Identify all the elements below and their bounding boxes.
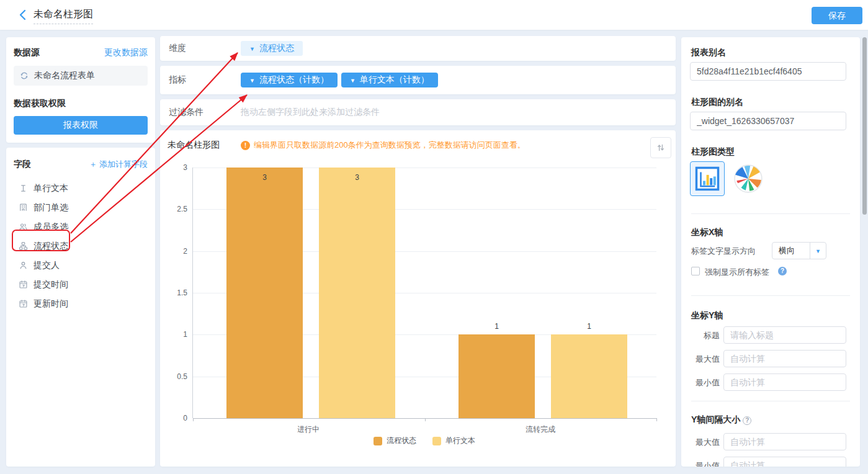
preview-notice: ! 编辑界面只取数据源前200条作为查询数据预览，完整数据请访问页面查看。 — [241, 140, 526, 151]
topbar: 未命名柱形图 保存 — [0, 0, 868, 30]
department-icon — [19, 203, 28, 212]
legend-item[interactable]: 单行文本 — [432, 436, 475, 446]
y-interval-title: Y轴间隔大小 ? — [691, 414, 751, 426]
chart-type-pie-option[interactable] — [731, 161, 766, 196]
sort-button[interactable] — [650, 137, 671, 158]
field-item-department[interactable]: 部门单选 — [6, 198, 155, 217]
datasource-item[interactable]: 未命名流程表单 — [14, 66, 148, 86]
y-min-label: 最小值 — [687, 377, 720, 388]
divider — [691, 401, 850, 401]
help-icon[interactable]: ? — [743, 416, 751, 425]
chevron-down-icon: ▼ — [249, 47, 255, 52]
label-direction-label: 标签文字显示方向 — [691, 246, 756, 257]
bar[interactable] — [319, 168, 395, 418]
bar[interactable] — [226, 168, 303, 418]
force-labels-label: 强制显示所有标签 — [705, 267, 769, 278]
change-datasource-link[interactable]: 更改数据源 — [104, 47, 148, 58]
pie-chart-icon — [733, 163, 764, 194]
y-min-input[interactable] — [723, 373, 846, 391]
calendar-icon — [19, 299, 28, 308]
category-label: 进行中 — [192, 424, 424, 435]
chart-panel: 未命名柱形图 ! 编辑界面只取数据源前200条作为查询数据预览，完整数据请访问页… — [160, 130, 676, 467]
y-tick-label: 1.5 — [160, 288, 187, 297]
page-title[interactable]: 未命名柱形图 — [34, 8, 93, 24]
report-permission-button[interactable]: 报表权限 — [14, 116, 148, 135]
bar[interactable] — [551, 334, 627, 418]
widget-alias-input[interactable] — [690, 112, 846, 130]
bar-value-label: 1 — [551, 322, 627, 331]
field-item-submitter[interactable]: 提交人 — [6, 256, 155, 275]
bar-chart-icon — [694, 166, 720, 192]
y-title-label: 标题 — [687, 330, 720, 341]
dimension-tag-workflow-status[interactable]: ▼ 流程状态 — [241, 41, 303, 56]
x-axis-title: 坐标X轴 — [691, 227, 723, 238]
y-max-input[interactable] — [723, 350, 846, 367]
permission-title: 数据获取权限 — [6, 86, 155, 109]
help-icon[interactable]: ? — [778, 267, 787, 275]
metric-tag-workflow-count[interactable]: ▼ 流程状态（计数） — [241, 73, 338, 87]
divider — [691, 213, 850, 214]
report-alias-input[interactable] — [690, 62, 846, 81]
legend-label: 单行文本 — [445, 436, 475, 446]
add-calc-field-link[interactable]: ＋ 添加计算字段 — [89, 159, 148, 170]
field-item-workflow-status[interactable]: 流程状态 — [6, 236, 155, 256]
settings-panel: 报表别名 柱形图的别名 柱形图类型 — [681, 37, 860, 467]
filter-placeholder: 拖动左侧字段到此处来添加过滤条件 — [241, 107, 380, 118]
bar[interactable] — [459, 334, 535, 418]
datasource-name: 未命名流程表单 — [34, 70, 95, 81]
metric-tag-text-count[interactable]: ▼ 单行文本（计数） — [341, 73, 438, 87]
bar-value-label: 1 — [459, 322, 535, 331]
force-labels-checkbox[interactable] — [691, 267, 700, 275]
report-alias-label: 报表别名 — [691, 47, 726, 58]
divider — [691, 295, 850, 296]
legend-item[interactable]: 流程状态 — [374, 436, 416, 446]
chart-legend: 流程状态单行文本 — [192, 436, 656, 446]
interval-min-input[interactable] — [723, 457, 846, 467]
interval-max-input[interactable] — [723, 433, 846, 450]
datasource-title: 数据源 — [14, 47, 40, 58]
metrics-label: 指标 — [169, 74, 186, 86]
category-label: 流转完成 — [424, 424, 656, 435]
chevron-down-icon: ▼ — [350, 78, 356, 84]
x-axis-tick — [656, 418, 657, 421]
chart-builder-screen: 未命名柱形图 保存 数据源 更改数据源 未命名流程表单 数据获取权限 报表权限 … — [0, 0, 868, 474]
sort-arrows-icon — [656, 143, 666, 153]
field-item-submit-time[interactable]: 提交时间 — [6, 275, 155, 294]
x-axis-tick — [193, 418, 194, 421]
back-button[interactable] — [16, 8, 30, 22]
y-tick-label: 1 — [160, 330, 187, 339]
back-chevron-icon — [16, 8, 30, 22]
label-direction-select[interactable]: 横向 ▼ — [772, 242, 826, 259]
metrics-row: 指标 ▼ 流程状态（计数） ▼ 单行文本（计数） — [160, 66, 676, 94]
y-tick-label: 0 — [160, 414, 187, 423]
chevron-down-icon: ▼ — [249, 78, 255, 84]
field-item-members[interactable]: 成员多选 — [6, 217, 155, 236]
y-tick-label: 0.5 — [160, 372, 187, 381]
legend-label: 流程状态 — [387, 436, 416, 446]
text-field-icon — [19, 184, 28, 193]
plot-area: 3311 — [192, 168, 656, 418]
filter-row[interactable]: 过滤条件 拖动左侧字段到此处来添加过滤条件 — [160, 99, 676, 125]
y-axis-title: 坐标Y轴 — [691, 310, 723, 321]
dimension-row: 维度 ▼ 流程状态 — [160, 36, 676, 61]
x-axis-tick — [425, 418, 426, 421]
y-tick-label: 2.5 — [160, 205, 187, 213]
vertical-scrollbar-thumb[interactable] — [862, 37, 867, 215]
warning-icon: ! — [241, 141, 250, 150]
chart-type-bar-option[interactable] — [690, 161, 725, 196]
field-item-text[interactable]: 单行文本 — [6, 179, 155, 198]
interval-max-label: 最大值 — [687, 437, 720, 448]
legend-swatch — [432, 437, 441, 445]
y-tick-label: 3 — [160, 163, 187, 172]
chart-type-label: 柱形图类型 — [691, 146, 735, 158]
bar-value-label: 3 — [319, 173, 395, 182]
fields-title: 字段 — [14, 159, 31, 170]
field-list: 单行文本 部门单选 成员多选 流程状态 提交人 提交时间 — [6, 170, 155, 313]
widget-alias-label: 柱形图的别名 — [691, 97, 743, 108]
save-button[interactable]: 保存 — [812, 7, 862, 24]
y-max-label: 最大值 — [687, 354, 720, 365]
field-item-update-time[interactable]: 更新时间 — [6, 294, 155, 313]
legend-swatch — [374, 437, 382, 445]
interval-min-label: 最小值 — [687, 460, 720, 467]
y-title-input[interactable] — [723, 326, 846, 344]
